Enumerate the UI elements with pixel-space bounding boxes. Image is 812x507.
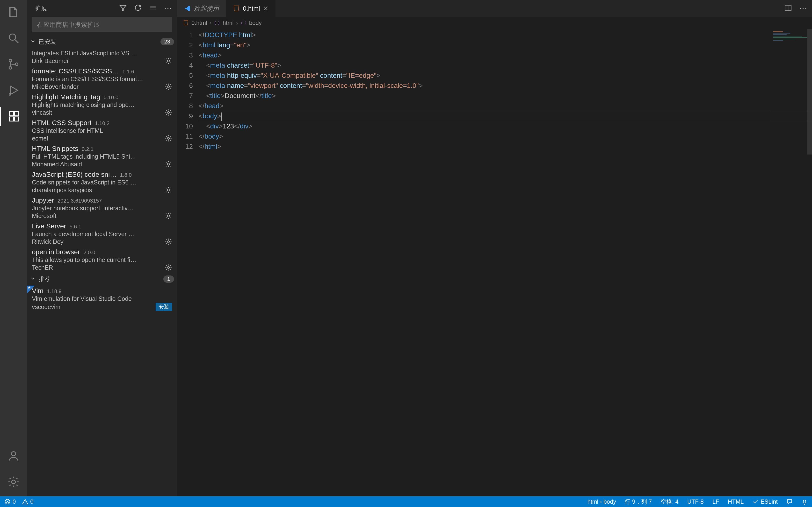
code-line[interactable]: </body> [199,131,812,142]
activity-search[interactable] [0,29,27,48]
svg-point-4 [9,94,11,95]
status-errors[interactable]: 0 [3,496,17,507]
install-button[interactable]: 安装 [156,303,172,311]
section-recommended-title: 推荐 [39,275,50,283]
editor-tab[interactable]: 0.html [226,0,276,17]
gear-icon[interactable] [165,238,172,245]
code-content[interactable]: <!DOCTYPE html><html lang="en"><head> <m… [199,29,812,496]
code-line[interactable]: </html> [199,142,812,152]
extension-item[interactable]: JavaScript (ES6) code sni…1.8.0Code snip… [27,169,177,195]
extension-search-input[interactable] [32,17,172,32]
extension-author: Ritwick Dey [32,238,63,245]
extension-item[interactable]: Highlight Matching Tag0.10.0Highlights m… [27,92,177,118]
status-language[interactable]: HTML [727,496,745,507]
extension-author: vincaslt [32,109,52,116]
line-number: 11 [177,131,193,142]
breadcrumb-part[interactable]: html [222,19,234,26]
status-notifications[interactable] [800,496,809,507]
status-eslint[interactable]: ESLint [751,496,779,507]
section-recommended-badge: 1 [163,276,174,283]
svg-rect-5 [9,112,13,116]
breadcrumb[interactable]: 0.html › html › body [177,17,812,29]
activity-run-debug[interactable] [0,80,27,100]
extension-name: Highlight Matching Tag [32,93,100,101]
warning-icon [22,499,28,505]
extension-author: charalampos karypidis [32,187,92,193]
gear-icon[interactable] [165,264,172,271]
extension-item[interactable]: open in browser2.0.0This allows you to o… [27,247,177,273]
status-encoding[interactable]: UTF-8 [686,496,705,507]
activity-settings[interactable] [0,472,27,492]
status-warnings[interactable]: 0 [21,496,34,507]
gear-icon[interactable] [165,186,172,193]
extension-item[interactable]: ★Vim1.18.9Vim emulation for Visual Studi… [27,286,177,313]
breadcrumb-part[interactable]: body [249,19,262,26]
code-line[interactable]: <meta http-equiv="X-UA-Compatible" conte… [199,70,812,80]
overview-ruler[interactable] [807,29,812,496]
status-indentation[interactable]: 空格: 4 [660,496,679,507]
line-number: 7 [177,91,193,101]
activity-account[interactable] [0,446,27,465]
svg-point-15 [167,163,170,165]
files-icon [7,6,20,18]
filter-button[interactable] [119,4,127,13]
code-line[interactable]: <html lang="en"> [199,40,812,50]
extension-name: Jupyter [32,196,54,204]
extension-item[interactable]: formate: CSS/LESS/SCSS …1.1.6Formate is … [27,66,177,92]
section-recommended-header[interactable]: 推荐 1 [27,273,177,286]
gear-icon[interactable] [165,109,172,116]
gear-icon[interactable] [165,135,172,142]
breadcrumb-part[interactable]: 0.html [191,19,207,26]
activity-explorer[interactable] [0,2,27,22]
close-icon[interactable] [263,6,269,11]
section-installed-badge: 23 [160,38,174,45]
extension-name: HTML Snippets [32,145,78,153]
brackets-icon [214,20,220,26]
extension-item[interactable]: HTML CSS Support1.10.2CSS Intellisense f… [27,118,177,144]
split-editor-button[interactable] [784,4,792,13]
code-line[interactable]: <div>123</div> [199,121,812,131]
code-line[interactable]: </head> [199,101,812,111]
code-line[interactable]: <!DOCTYPE html> [199,30,812,40]
chevron-down-icon [30,276,37,282]
svg-point-17 [167,215,170,217]
svg-point-2 [9,67,12,69]
refresh-button[interactable] [134,4,142,13]
feedback-icon [786,499,793,505]
code-line[interactable]: <meta charset="UTF-8"> [199,60,812,70]
svg-point-3 [15,63,18,66]
gear-icon[interactable] [165,57,172,64]
line-number: 10 [177,121,193,131]
editor-more-button[interactable]: ⋯ [799,4,807,13]
activity-source-control[interactable] [0,55,27,74]
vscode-icon [184,5,191,12]
code-line[interactable]: <title>Document</title> [199,91,812,101]
minimap[interactable] [771,29,812,496]
clear-icon [149,4,157,12]
code-line[interactable]: <body> [199,111,812,121]
code-line[interactable]: <meta name="viewport" content="width=dev… [199,80,812,91]
sidebar-more-button[interactable]: ⋯ [164,4,172,12]
status-dom-path[interactable]: html › body [586,496,617,507]
editor-tab[interactable]: 欢迎使用 [177,0,226,17]
status-eol[interactable]: LF [711,496,720,507]
extension-item[interactable]: Live Server5.6.1Launch a development loc… [27,221,177,247]
section-installed-header[interactable]: 已安装 23 [27,35,177,48]
status-feedback[interactable] [785,496,794,507]
code-line[interactable]: <head> [199,50,812,60]
extension-item[interactable]: Integrates ESLint JavaScript into VS …Di… [27,48,177,66]
status-cursor-position[interactable]: 行 9，列 7 [624,496,653,507]
extension-item[interactable]: Jupyter2021.3.619093157Jupyter notebook … [27,195,177,221]
file-html-icon [233,5,240,12]
gear-icon[interactable] [165,83,172,90]
extension-version: 1.10.2 [95,120,109,126]
svg-point-14 [167,137,170,139]
clear-button[interactable] [149,4,157,13]
line-number: 5 [177,70,193,80]
gear-icon[interactable] [165,161,172,168]
code-editor[interactable]: 123456789101112 <!DOCTYPE html><html lan… [177,29,812,496]
gear-icon[interactable] [165,212,172,219]
sidebar-title: 扩展 [35,5,47,12]
extension-item[interactable]: HTML Snippets0.2.1Full HTML tags includi… [27,144,177,169]
activity-extensions[interactable] [0,107,27,126]
